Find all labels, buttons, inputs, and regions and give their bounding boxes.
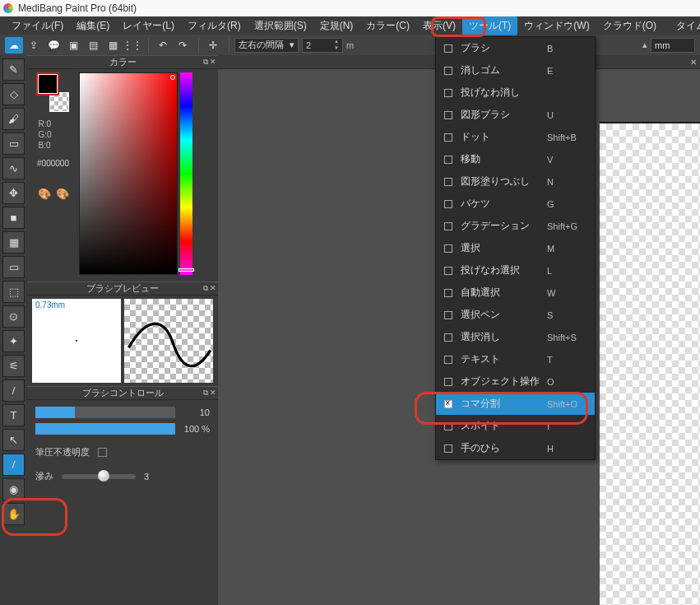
tool-0[interactable]: ✎ xyxy=(2,58,25,81)
spin-down-icon[interactable]: ▼ xyxy=(331,45,342,52)
unit-select[interactable]: mm xyxy=(651,38,695,53)
tool-15[interactable]: ↖ xyxy=(2,429,25,451)
bg-color-swatch[interactable] xyxy=(49,92,69,112)
tool-7[interactable]: ▦ xyxy=(2,231,25,254)
menu-クラウド[interactable]: クラウド(O) xyxy=(596,16,663,35)
fg-color-swatch[interactable] xyxy=(38,74,58,94)
menu-タイムラプス[interactable]: タイムラプス xyxy=(670,16,700,35)
panel-popout-icon[interactable]: ⧉ xyxy=(203,284,208,293)
tools-menu-item[interactable]: グラデーションShift+G xyxy=(436,215,595,237)
cloud-icon[interactable]: ☁ xyxy=(5,37,23,54)
tool-18[interactable]: ✋ xyxy=(2,503,25,525)
menu-item-shortcut: Shift+S xyxy=(547,333,595,342)
tools-menu-item[interactable]: 投げなわ消し xyxy=(436,81,595,104)
tools-menu-item[interactable]: 選択消しShift+S xyxy=(436,326,595,348)
document-canvas[interactable] xyxy=(600,122,700,605)
tool-14[interactable]: T xyxy=(2,404,25,426)
menu-定規[interactable]: 定規(N) xyxy=(313,16,360,35)
tools-menu-item[interactable]: 投げなわ選択L xyxy=(436,259,595,282)
tools-menu-item[interactable]: テキストT xyxy=(436,348,595,370)
undo-icon[interactable]: ↶ xyxy=(154,37,172,54)
rgb-readout: R:0 G:0 B:0 xyxy=(39,119,68,151)
tool-17[interactable]: ◉ xyxy=(2,478,25,500)
sv-color-picker[interactable] xyxy=(79,72,178,275)
palette-add-icon[interactable]: 🎨 xyxy=(56,188,69,200)
panel-close-icon[interactable]: ✕ xyxy=(210,284,216,293)
tool-icon: ◉ xyxy=(9,483,18,496)
grid-icon[interactable]: ▦ xyxy=(104,37,122,54)
tool-icon: ⊙ xyxy=(9,310,18,323)
tool-13[interactable]: / xyxy=(2,379,25,402)
tools-menu-item[interactable]: 図形ブラシU xyxy=(436,104,595,126)
tools-menu-item[interactable]: 自動選択W xyxy=(436,282,595,304)
menu-カラー[interactable]: カラー(C) xyxy=(359,16,416,35)
menu-item-checkbox xyxy=(444,200,452,208)
export-icon[interactable]: ⇪ xyxy=(25,37,43,54)
tool-8[interactable]: ▭ xyxy=(2,256,25,278)
menu-編集[interactable]: 編集(E) xyxy=(70,16,116,35)
menu-選択範囲[interactable]: 選択範囲(S) xyxy=(248,16,313,35)
document-close-icon[interactable]: ✕ xyxy=(690,58,697,67)
image-icon[interactable]: ▣ xyxy=(64,37,82,54)
tool-2[interactable]: 🖌 xyxy=(2,108,25,130)
tools-menu-item[interactable]: 消しゴムE xyxy=(436,59,595,81)
tool-6[interactable]: ■ xyxy=(2,207,25,229)
tool-1[interactable]: ◇ xyxy=(2,83,25,105)
brush-preview-title: ブラシプレビュー xyxy=(86,282,159,295)
menu-表示[interactable]: 表示(V) xyxy=(416,16,462,35)
tools-menu-item[interactable]: 選択ペンS xyxy=(436,304,595,326)
tools-menu-item[interactable]: オブジェクト操作O xyxy=(436,370,595,393)
menu-レイヤー[interactable]: レイヤー(L) xyxy=(116,16,181,35)
palette-icon[interactable]: 🎨 xyxy=(38,188,51,200)
menu-ツール[interactable]: ツール(T) xyxy=(462,16,517,35)
dots-icon[interactable]: ⋮⋮ xyxy=(123,37,141,54)
tool-16[interactable]: / xyxy=(2,454,25,476)
tools-menu-item[interactable]: 図形塗りつぶしN xyxy=(436,170,595,193)
menu-フィルタ[interactable]: フィルタ(R) xyxy=(181,16,248,35)
spacing-value-field[interactable]: 2 ▲▼ xyxy=(302,38,343,53)
unit-arrow-icon: ▴ xyxy=(642,40,647,50)
tools-menu-item[interactable]: 選択M xyxy=(436,237,595,259)
hue-slider-thumb[interactable] xyxy=(178,268,194,272)
comment-icon[interactable]: 💬 xyxy=(44,37,63,54)
tool-10[interactable]: ⊙ xyxy=(2,305,25,328)
spread-slider[interactable] xyxy=(62,474,136,479)
tool-3[interactable]: ▭ xyxy=(2,133,25,155)
menu-item-shortcut: O xyxy=(547,377,595,387)
tool-icon: ✎ xyxy=(9,63,18,76)
title-bar: MediBang Paint Pro (64bit) xyxy=(0,0,700,16)
pressure-opacity-checkbox[interactable] xyxy=(98,448,107,457)
menu-item-label: 消しゴム xyxy=(461,63,547,77)
pressure-opacity-label: 筆圧不透明度 xyxy=(35,446,90,458)
panel-popout-icon[interactable]: ⧉ xyxy=(203,389,208,398)
tool-12[interactable]: ⚟ xyxy=(2,355,25,377)
tools-menu-item[interactable]: コマ分割Shift+O xyxy=(436,393,595,415)
crosshair-icon[interactable]: ✢ xyxy=(204,37,222,54)
tools-menu-item[interactable]: 移動V xyxy=(436,148,595,170)
tools-menu-item[interactable]: ドットShift+B xyxy=(436,126,595,148)
menu-ファイル[interactable]: ファイル(F) xyxy=(5,16,70,35)
tool-4[interactable]: ∿ xyxy=(2,157,25,179)
color-panel-header: カラー ⧉ ✕ xyxy=(27,55,218,69)
tool-5[interactable]: ✥ xyxy=(2,182,25,204)
tools-menu-item[interactable]: 手のひらH xyxy=(436,437,595,459)
tools-menu-item[interactable]: バケツG xyxy=(436,193,595,215)
brush-opacity-slider[interactable] xyxy=(35,423,175,435)
hue-slider[interactable] xyxy=(180,72,192,275)
document-icon[interactable]: ▤ xyxy=(84,37,102,54)
menu-ウィンドウ[interactable]: ウィンドウ(W) xyxy=(517,16,596,35)
tool-11[interactable]: ✦ xyxy=(2,330,25,352)
tools-menu-item[interactable]: ブラシB xyxy=(436,37,595,59)
spacing-mode-select[interactable]: 左右の間隔 ▾ xyxy=(234,38,299,53)
tool-9[interactable]: ⬚ xyxy=(2,281,25,303)
tools-menu-item[interactable]: スポイトI xyxy=(436,415,595,437)
panel-close-icon[interactable]: ✕ xyxy=(210,58,216,67)
panel-close-icon[interactable]: ✕ xyxy=(210,389,216,398)
color-swatch-stack[interactable] xyxy=(35,74,72,112)
spin-up-icon[interactable]: ▲ xyxy=(331,39,342,45)
brush-size-slider[interactable] xyxy=(35,407,175,418)
spread-slider-thumb[interactable] xyxy=(98,470,109,482)
unit-select-label: mm xyxy=(655,40,670,50)
redo-icon[interactable]: ↷ xyxy=(174,37,192,54)
panel-popout-icon[interactable]: ⧉ xyxy=(203,58,208,67)
